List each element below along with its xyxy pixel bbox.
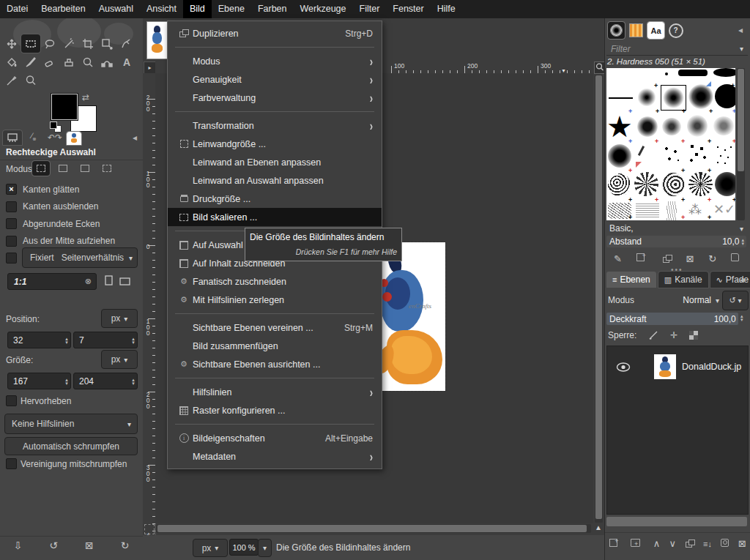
menu-item-raster-konfigurieren[interactable]: Raster konfigurieren ... — [168, 401, 382, 419]
new-layer-icon[interactable]: + — [609, 539, 621, 549]
zoom-tool[interactable] — [21, 71, 40, 89]
menu-item-bild-skalieren[interactable]: Bild skalieren ... — [168, 208, 382, 226]
mode-intersect-button[interactable] — [98, 161, 116, 176]
visibility-eye-icon[interactable] — [616, 362, 631, 372]
menubar-item-bild[interactable]: Bild — [183, 0, 212, 18]
brush-swatch[interactable] — [713, 68, 735, 77]
checkbox[interactable] — [6, 201, 17, 212]
mode-replace-button[interactable] — [32, 161, 50, 176]
brush-swatch[interactable] — [637, 88, 656, 107]
dodge-burn-tool[interactable] — [78, 53, 97, 71]
menu-item-bild-zusammenfügen[interactable]: Bild zusammenfügen — [168, 337, 382, 355]
brush-filter-row[interactable]: Filter ▾ — [606, 42, 748, 56]
collapse-right-dock-icon[interactable]: ◂ — [738, 25, 743, 35]
new-layer-group-icon[interactable]: + — [631, 539, 644, 549]
statusbar-unit-dropdown[interactable]: px▾ — [193, 539, 228, 557]
lower-layer-icon[interactable]: ∨ — [669, 538, 677, 549]
menu-item-farbverwaltung[interactable]: Farbverwaltung› — [168, 89, 382, 107]
paintbrush-tool[interactable] — [21, 53, 40, 71]
text-tool[interactable]: A — [116, 53, 135, 71]
menu-item-sichtbare-ebenen-ausrichten[interactable]: ⚙Sichtbare Ebenen ausrichten ... — [168, 355, 382, 373]
delete-brush-icon[interactable]: ⊠ — [686, 253, 694, 264]
layer-name[interactable]: DonaldDuck.jp — [682, 362, 741, 372]
brush-swatch[interactable] — [713, 144, 734, 165]
tab-device-status[interactable]: ∕๏ — [24, 130, 43, 145]
brush-swatch[interactable] — [715, 84, 735, 108]
brush-swatch[interactable] — [662, 118, 681, 135]
bucket-fill-tool[interactable] — [2, 53, 21, 71]
brush-swatch[interactable] — [608, 144, 631, 168]
option-abgerundete-ecken[interactable]: Abgerundete Ecken — [6, 215, 141, 233]
menu-item-mit-hilfslinien-zerlegen[interactable]: ⚙Mit Hilfslinien zerlegen — [168, 291, 382, 309]
refresh-brushes-icon[interactable]: ↻ — [708, 253, 716, 264]
menubar-item-werkzeuge[interactable]: Werkzeuge — [294, 0, 353, 18]
position-unit-dropdown[interactable]: px▾ — [101, 309, 138, 328]
brush-swatch[interactable] — [634, 172, 658, 196]
fixed-button[interactable]: Fixiert — [23, 253, 62, 263]
brush-swatch[interactable] — [688, 172, 713, 196]
lock-pixels-icon[interactable] — [648, 330, 658, 340]
duplicate-brush-icon[interactable] — [663, 255, 672, 263]
new-brush-icon[interactable]: + — [636, 253, 648, 264]
option-kanten-ausblenden[interactable]: Kanten ausblenden — [6, 198, 141, 216]
menubar-item-hilfe[interactable]: Hilfe — [431, 0, 462, 18]
layer-mask-icon[interactable] — [721, 539, 729, 549]
menu-item-leinwandgröße[interactable]: Leinwandgröße ... — [168, 135, 382, 153]
handle-transform-tool[interactable] — [116, 34, 135, 53]
menubar-item-fenster[interactable]: Fenster — [386, 0, 430, 18]
merge-down-icon[interactable]: ≡↓ — [703, 540, 712, 548]
paths-tool[interactable] — [97, 53, 116, 71]
layer-mode-dropdown[interactable]: Modus Normal ▾ — [608, 291, 719, 310]
brush-spacing-slider[interactable]: Abstand 10,0 ▴▾ — [606, 236, 746, 247]
menu-item-hilfslinien[interactable]: Hilfslinien› — [168, 383, 382, 401]
save-tool-preset-icon[interactable]: ⇩ — [14, 540, 23, 551]
menu-item-leinwand-an-ebenen-anpassen[interactable]: Leinwand an Ebenen anpassen — [168, 153, 382, 171]
free-select-tool[interactable] — [40, 34, 59, 53]
menu-item-fanatisch-zuschneiden[interactable]: ⚙Fanatisch zuschneiden — [168, 272, 382, 291]
menu-item-metadaten[interactable]: Metadaten› — [168, 447, 382, 466]
brush-swatch[interactable] — [713, 116, 734, 135]
menu-item-druckgröße[interactable]: Druckgröße ... — [168, 190, 382, 208]
tab-ebenen[interactable]: ≡Ebenen — [606, 272, 656, 288]
menu-item-sichtbare-ebenen-vereinen[interactable]: Sichtbare Ebenen vereinen ...Strg+M — [168, 318, 382, 337]
brush-swatch[interactable] — [687, 143, 709, 165]
lock-position-icon[interactable]: ✛ — [670, 330, 677, 340]
shrink-merged-checkbox[interactable] — [6, 458, 17, 469]
edit-brush-icon[interactable]: ✎ — [614, 253, 622, 264]
brush-swatch[interactable] — [665, 72, 668, 75]
delete-layer-icon[interactable]: ⊠ — [738, 538, 746, 549]
menu-item-bildeigenschaften[interactable]: iBildeigenschaftenAlt+Eingabe — [168, 429, 382, 447]
menu-item-transformation[interactable]: Transformation› — [168, 116, 382, 135]
eraser-tool[interactable] — [40, 53, 59, 71]
checkbox[interactable] — [6, 236, 17, 247]
brush-group-dropdown[interactable]: Basic,▾ — [606, 223, 746, 234]
unified-transform-tool[interactable] — [97, 34, 116, 53]
layer-list[interactable]: DonaldDuck.jp — [606, 346, 749, 515]
layer-list-scrollbar[interactable] — [606, 517, 747, 526]
opacity-spinner[interactable]: ▴▾ — [740, 314, 743, 321]
clear-icon[interactable]: ⊗ — [85, 277, 96, 286]
brush-swatch[interactable] — [609, 97, 633, 99]
reset-tool-options-icon[interactable]: ↻ — [121, 540, 130, 551]
checkbox[interactable] — [6, 218, 17, 229]
position-y-spinner[interactable]: 7▴▾ — [73, 332, 138, 348]
layer-opacity-slider[interactable]: Deckkraft 100,0 — [606, 313, 738, 325]
menu-item-duplizieren[interactable]: DuplizierenStrg+D — [168, 24, 382, 42]
menubar-item-datei[interactable]: Datei — [0, 0, 34, 18]
landscape-icon[interactable] — [119, 276, 132, 287]
brush-swatch[interactable] — [688, 84, 713, 109]
brush-grid-scrollbar[interactable] — [737, 68, 745, 220]
fixed-dropdown[interactable]: Seitenverhältnis — [62, 253, 124, 263]
layer-thumbnail[interactable] — [654, 354, 676, 379]
raise-layer-icon[interactable]: ∧ — [653, 538, 661, 549]
size-width-spinner[interactable]: 167▴▾ — [7, 373, 71, 389]
foreground-color-swatch[interactable] — [51, 94, 78, 120]
tab-tool-options[interactable] — [3, 130, 22, 145]
menubar-item-ansicht[interactable]: Ansicht — [140, 0, 183, 18]
navigation-button[interactable]: ▲ — [595, 523, 602, 531]
zoom-dropdown[interactable]: ▾ — [258, 539, 272, 557]
brush-swatch[interactable] — [638, 146, 645, 156]
selected-brush-outline[interactable] — [661, 85, 686, 111]
vertical-ruler[interactable]: 20010001002003004 — [144, 73, 156, 540]
zoom-value[interactable]: 100 % — [229, 539, 259, 556]
